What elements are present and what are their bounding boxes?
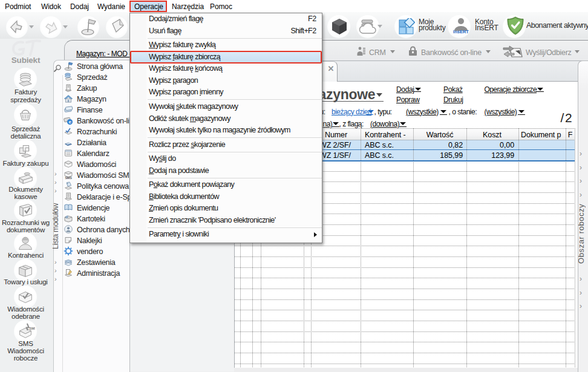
- svg-text:SMS: SMS: [30, 327, 35, 330]
- svg-text:SMS: SMS: [65, 176, 72, 180]
- svg-text:InsERT: InsERT: [453, 29, 469, 34]
